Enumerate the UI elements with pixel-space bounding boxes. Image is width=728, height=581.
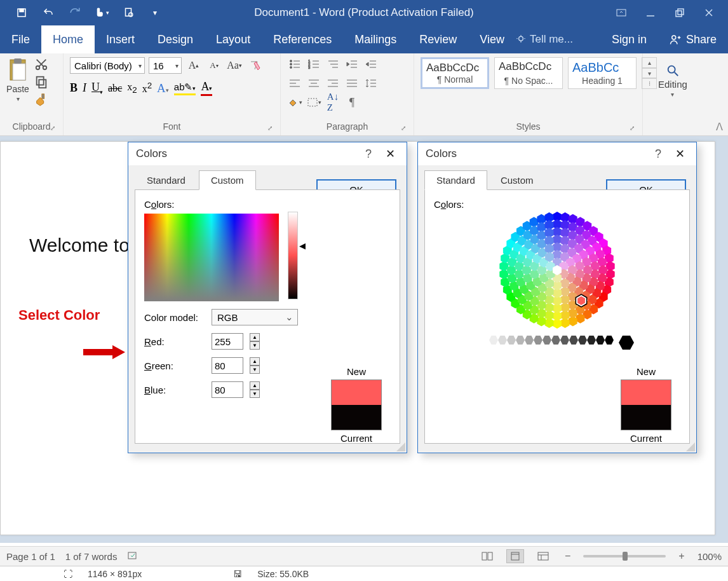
- font-color-button[interactable]: A▾: [201, 80, 212, 96]
- tab-home[interactable]: Home: [41, 25, 95, 53]
- green-spin-down[interactable]: ▼: [250, 366, 260, 374]
- show-formatting-icon[interactable]: ¶: [344, 95, 360, 109]
- cut-icon[interactable]: [34, 57, 48, 71]
- strikethrough-button[interactable]: abc: [108, 83, 122, 94]
- decrease-indent-icon[interactable]: [344, 57, 360, 71]
- read-mode-icon[interactable]: [478, 549, 496, 563]
- align-center-icon[interactable]: [306, 76, 321, 90]
- align-left-icon[interactable]: [287, 76, 302, 90]
- tab-standard[interactable]: Standard: [135, 170, 198, 190]
- black-hex-icon[interactable]: [619, 336, 634, 350]
- tab-insert[interactable]: Insert: [95, 25, 146, 53]
- document-page[interactable]: Welcome to Select Color Colors ? ✕ Stand…: [0, 141, 715, 535]
- line-spacing-icon[interactable]: [363, 76, 379, 90]
- shrink-font-icon[interactable]: A▾: [206, 57, 222, 74]
- ribbon-display-icon[interactable]: [615, 6, 628, 19]
- save-icon[interactable]: [14, 5, 29, 20]
- paste-button[interactable]: Paste ▾: [6, 57, 29, 102]
- dialog-help-icon[interactable]: ?: [645, 147, 671, 161]
- qat-customize-icon[interactable]: ▾: [147, 5, 163, 20]
- style-no-spacing[interactable]: AaBbCcDc ¶ No Spac...: [494, 57, 563, 89]
- touch-mode-icon[interactable]: ▾: [94, 5, 109, 20]
- shading-icon[interactable]: ▾: [287, 95, 302, 109]
- dialog-close-icon[interactable]: ✕: [382, 147, 399, 161]
- tab-mailings[interactable]: Mailings: [343, 25, 408, 53]
- print-preview-icon[interactable]: [121, 5, 136, 20]
- green-input[interactable]: 80: [212, 357, 243, 374]
- red-input[interactable]: 255: [212, 333, 243, 350]
- styles-dialog-launcher-icon[interactable]: ⤢: [630, 125, 635, 132]
- redo-icon[interactable]: [67, 5, 83, 20]
- green-spin-up[interactable]: ▲: [250, 357, 260, 366]
- color-model-dropdown[interactable]: RGB: [212, 309, 298, 325]
- tab-view[interactable]: View: [468, 25, 516, 53]
- font-size-dropdown[interactable]: 16: [149, 57, 182, 74]
- underline-button[interactable]: U▾: [91, 81, 103, 95]
- change-case-icon[interactable]: Aa▾: [226, 57, 243, 74]
- zoom-out-icon[interactable]: −: [562, 550, 573, 562]
- tab-custom[interactable]: Custom: [489, 170, 546, 190]
- collapse-ribbon-icon[interactable]: ᐱ: [716, 121, 723, 133]
- close-icon[interactable]: [703, 6, 715, 19]
- standard-color-hexagon[interactable]: [487, 210, 627, 331]
- tab-standard[interactable]: Standard: [424, 170, 487, 190]
- multilevel-list-icon[interactable]: [325, 57, 340, 71]
- blue-input[interactable]: 80: [212, 381, 243, 398]
- justify-icon[interactable]: [344, 76, 360, 90]
- borders-icon[interactable]: ▾: [306, 95, 321, 109]
- subscript-button[interactable]: x2: [127, 81, 137, 95]
- paragraph-dialog-launcher-icon[interactable]: ⤢: [401, 125, 406, 132]
- zoom-slider[interactable]: [583, 555, 666, 557]
- zoom-in-icon[interactable]: +: [676, 550, 687, 562]
- status-page[interactable]: Page 1 of 1: [6, 551, 55, 562]
- tab-file[interactable]: File: [0, 25, 41, 53]
- format-painter-icon[interactable]: [34, 93, 48, 107]
- copy-icon[interactable]: [34, 75, 48, 89]
- blue-spin-up[interactable]: ▲: [250, 381, 260, 390]
- custom-color-gradient[interactable]: [144, 214, 279, 301]
- resize-grip-icon[interactable]: [396, 442, 405, 451]
- italic-button[interactable]: I: [83, 81, 86, 95]
- blue-spin-down[interactable]: ▼: [250, 390, 260, 398]
- share-button[interactable]: Share: [658, 25, 728, 53]
- bold-button[interactable]: B: [70, 81, 78, 95]
- font-family-dropdown[interactable]: Calibri (Body): [70, 57, 145, 74]
- style-heading-1[interactable]: AaBbCc Heading 1: [568, 57, 637, 89]
- sort-icon[interactable]: A↓Z: [325, 95, 340, 109]
- editing-button[interactable]: Editing ▾: [649, 57, 696, 104]
- status-word-count[interactable]: 1 of 7 words: [65, 551, 118, 562]
- minimize-icon[interactable]: [644, 6, 657, 19]
- zoom-level[interactable]: 100%: [698, 551, 722, 562]
- tab-custom[interactable]: Custom: [199, 170, 256, 190]
- red-spin-down[interactable]: ▼: [250, 341, 260, 350]
- dialog-help-icon[interactable]: ?: [355, 147, 382, 161]
- sign-in-button[interactable]: Sign in: [600, 25, 658, 53]
- grow-font-icon[interactable]: A▴: [185, 57, 202, 74]
- restore-icon[interactable]: [673, 6, 686, 19]
- resize-grip-icon[interactable]: [686, 442, 695, 451]
- tell-me-search[interactable]: Tell me...: [516, 25, 573, 53]
- numbering-icon[interactable]: 123: [306, 57, 321, 71]
- web-layout-icon[interactable]: [534, 549, 552, 563]
- increase-indent-icon[interactable]: [363, 57, 379, 71]
- undo-icon[interactable]: [41, 5, 56, 20]
- spellcheck-icon[interactable]: [127, 550, 138, 563]
- tab-references[interactable]: References: [262, 25, 343, 53]
- print-layout-icon[interactable]: [506, 549, 524, 563]
- highlight-button[interactable]: ab✎▾: [174, 81, 196, 95]
- style-normal[interactable]: AaBbCcDc ¶ Normal: [421, 57, 489, 89]
- grayscale-row[interactable]: [434, 336, 680, 350]
- text-effects-icon[interactable]: A▾: [157, 81, 169, 95]
- tab-layout[interactable]: Layout: [205, 25, 262, 53]
- dialog-close-icon[interactable]: ✕: [671, 147, 689, 161]
- tab-design[interactable]: Design: [146, 25, 205, 53]
- lightness-slider[interactable]: [288, 212, 298, 299]
- tab-review[interactable]: Review: [408, 25, 468, 53]
- superscript-button[interactable]: x2: [142, 81, 152, 95]
- clear-formatting-icon[interactable]: [246, 57, 263, 74]
- font-dialog-launcher-icon[interactable]: ⤢: [267, 125, 273, 132]
- red-spin-up[interactable]: ▲: [250, 333, 260, 341]
- bullets-icon[interactable]: [287, 57, 302, 71]
- clipboard-dialog-launcher-icon[interactable]: ⤢: [50, 125, 55, 132]
- align-right-icon[interactable]: [325, 76, 340, 90]
